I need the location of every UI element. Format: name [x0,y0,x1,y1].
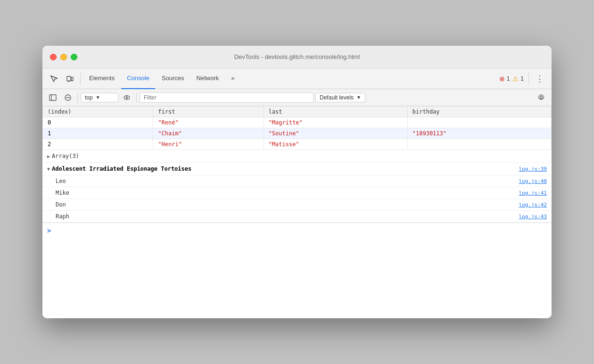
table-cell-1-1: "Chaim" [153,128,264,139]
close-button[interactable] [50,54,57,60]
window-title: DevTools - devtools.glitch.me/console/lo… [234,53,360,60]
console-sidebar-button[interactable] [46,91,59,104]
toolbar-divider-2 [528,73,529,84]
group-item: Don log.js:42 [42,199,552,211]
col-header-index: (index) [43,107,153,117]
table-cell-0-0: 0 [43,117,153,128]
toolbar-divider-1 [80,73,81,84]
context-dropdown[interactable]: top ▼ [81,93,118,102]
more-options-button[interactable]: ⋮ [532,72,548,86]
string-value: "18930113" [412,130,446,137]
chevron-down-icon: ▼ [96,95,100,100]
group-source-link[interactable]: log.js:39 [519,166,547,172]
warn-count: 1 [520,75,524,82]
context-value: top [85,94,93,101]
console-toolbar: top ▼ Default levels ▼ [42,89,552,106]
string-value: "Henri" [158,141,182,148]
tab-more[interactable]: » [225,68,240,89]
table-cell-0-3 [407,117,551,128]
table-cell-1-3: "18930113" [407,128,551,139]
svg-rect-1 [71,77,73,81]
tab-console[interactable]: Console [121,68,155,89]
title-bar: DevTools - devtools.glitch.me/console/lo… [42,46,552,68]
group-items: Leo log.js:40 Mike log.js:41 Don log.js:… [42,175,552,223]
prompt-symbol: > [47,227,51,234]
group-item: Raph log.js:43 [42,211,552,223]
group-item-source-link[interactable]: log.js:40 [519,178,547,184]
group-expand-icon: ▼ [47,166,50,172]
tab-sources[interactable]: Sources [156,68,190,89]
console-divider-1 [77,93,78,102]
maximize-button[interactable] [71,54,77,60]
error-count: 1 [507,75,510,82]
string-value: "Chaim" [158,130,182,137]
table-cell-2-1: "Henri" [153,139,264,150]
group-item: Mike log.js:41 [42,187,552,199]
error-icon: ⊗ [499,75,505,83]
table-cell-1-2: "Soutine" [264,128,407,139]
minimize-button[interactable] [60,54,67,60]
svg-point-8 [126,97,128,99]
console-divider-2 [136,93,137,102]
table-cell-2-0: 2 [43,139,153,150]
warn-badge[interactable]: ⚠ 1 [512,75,524,83]
group-item-name: Raph [56,213,69,220]
console-table: (index) first last birthday 0"René""Magr… [42,106,552,150]
group-item-source-link[interactable]: log.js:42 [519,202,547,208]
string-value: "Matisse" [269,141,299,148]
table-cell-0-1: "René" [153,117,264,128]
warn-icon: ⚠ [512,75,519,83]
table-row: 2"Henri""Matisse" [43,139,552,150]
device-mode-button[interactable] [62,71,77,86]
tab-network[interactable]: Network [191,68,225,89]
levels-dropdown[interactable]: Default levels ▼ [315,93,365,102]
filter-input[interactable] [140,92,314,103]
svg-point-9 [540,96,543,99]
tab-elements[interactable]: Elements [83,68,120,89]
table-cell-1-0: 1 [43,128,153,139]
devtools-window: DevTools - devtools.glitch.me/console/lo… [42,46,552,318]
inspect-element-button[interactable] [46,71,61,86]
table-cell-2-3 [407,139,551,150]
settings-button[interactable] [535,91,548,104]
string-value: "Soutine" [269,130,299,137]
svg-rect-3 [50,95,56,100]
group-title: Adolescent Irradiated Espionage Tortoise… [52,165,191,172]
levels-value: Default levels [320,94,354,101]
group-item-name: Don [56,201,66,208]
array-row[interactable]: ▶ Array(3) [42,150,552,163]
table-cell-0-2: "Magritte" [264,117,407,128]
clear-console-button[interactable] [61,91,74,104]
traffic-lights [50,54,77,60]
col-header-first: first [153,107,264,117]
group-item-name: Mike [56,190,69,196]
string-value: "René" [158,119,178,126]
devtools-toolbar: Elements Console Sources Network » ⊗ 1 ⚠… [42,68,552,89]
console-output: (index) first last birthday 0"René""Magr… [42,106,552,318]
group-item-name: Leo [56,178,66,184]
string-value: "Magritte" [269,119,303,126]
console-prompt[interactable]: > [42,223,552,238]
array-label: Array(3) [52,153,79,159]
group-item: Leo log.js:40 [42,175,552,187]
live-expression-button[interactable] [120,91,133,104]
table-row: 1"Chaim""Soutine""18930113" [43,128,552,139]
group-item-source-link[interactable]: log.js:43 [519,214,547,220]
group-header[interactable]: ▼ Adolescent Irradiated Espionage Tortoi… [42,163,552,175]
error-badge[interactable]: ⊗ 1 [499,75,510,83]
table-cell-2-2: "Matisse" [264,139,407,150]
table-row: 0"René""Magritte" [43,117,552,128]
expand-icon: ▶ [47,154,50,159]
group-item-source-link[interactable]: log.js:41 [519,190,547,196]
col-header-last: last [264,107,407,117]
chevron-down-icon-levels: ▼ [356,95,361,100]
col-header-birthday: birthday [407,107,551,117]
